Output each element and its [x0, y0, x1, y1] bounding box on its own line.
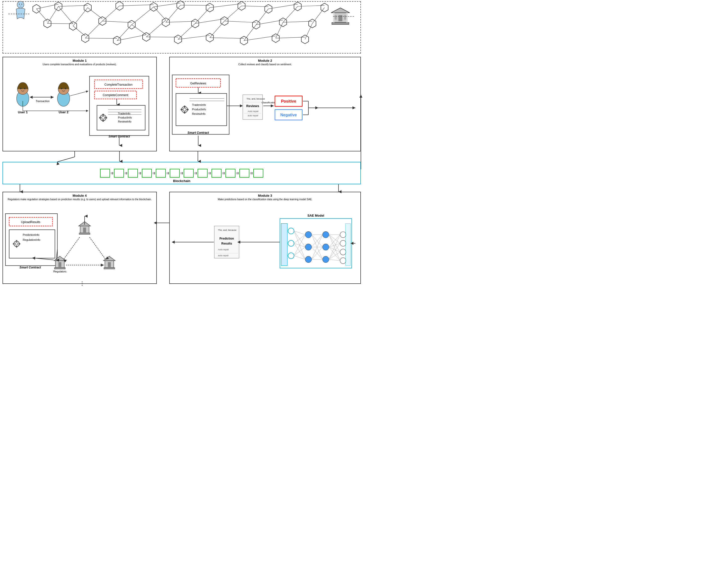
- svg-text:Negative: Negative: [280, 113, 297, 117]
- blockchain-label: Blockchain: [3, 179, 360, 183]
- svg-text:Results: Results: [221, 242, 232, 245]
- svg-text:ProductInfo: ProductInfo: [118, 116, 132, 119]
- svg-point-213: [323, 256, 329, 263]
- svg-line-189: [90, 237, 106, 259]
- module1-subtitle: Users complete transactions and evaluati…: [4, 63, 155, 66]
- svg-line-76: [241, 6, 268, 7]
- svg-rect-187: [104, 268, 115, 269]
- svg-point-205: [288, 228, 294, 234]
- svg-rect-177: [83, 228, 86, 233]
- svg-text:PredictionInfo: PredictionInfo: [23, 233, 39, 236]
- bc-arrow: ⇉: [166, 171, 169, 175]
- svg-line-82: [283, 6, 298, 22]
- svg-line-40: [36, 9, 47, 21]
- svg-point-208: [305, 231, 312, 238]
- svg-rect-8: [344, 15, 346, 20]
- svg-line-71: [210, 4, 242, 8]
- module3-subtitle: Make predictions based on the classifica…: [171, 198, 359, 201]
- bc-arrow: ⇉: [125, 171, 128, 175]
- svg-point-214: [340, 232, 346, 237]
- svg-text:Classification: Classification: [262, 101, 276, 104]
- bc-block: [170, 169, 180, 177]
- bc-block: [253, 169, 263, 177]
- svg-line-51: [102, 6, 119, 21]
- svg-point-1: [19, 4, 20, 5]
- svg-rect-111: [102, 120, 104, 122]
- bc-arrow: ⇉: [250, 171, 253, 175]
- svg-rect-10: [346, 13, 348, 22]
- svg-point-212: [323, 244, 329, 250]
- svg-rect-249: [281, 224, 288, 266]
- module3-title: Module 3: [171, 194, 359, 198]
- bc-block: [100, 169, 110, 177]
- svg-text:Smart Contract: Smart Contract: [19, 266, 41, 270]
- svg-rect-133: [184, 112, 185, 114]
- svg-point-0: [17, 1, 24, 8]
- svg-rect-113: [99, 117, 101, 119]
- bc-arrow: ⇉: [236, 171, 239, 175]
- module2-title: Module 2: [171, 59, 359, 63]
- svg-rect-9: [333, 13, 334, 22]
- bc-block: [128, 169, 138, 177]
- svg-rect-181: [59, 262, 62, 267]
- svg-text:Transaction: Transaction: [35, 99, 50, 102]
- svg-text:Regulators: Regulators: [53, 270, 67, 273]
- svg-point-2: [21, 4, 22, 5]
- bc-arrow: ⇉: [180, 171, 183, 175]
- svg-line-49: [85, 21, 102, 38]
- svg-point-99: [65, 88, 66, 89]
- svg-point-215: [340, 240, 346, 246]
- module4-box: Module 4 Regulators make regulation stra…: [2, 192, 157, 284]
- module4-title: Module 4: [4, 194, 155, 198]
- bc-block: [239, 169, 249, 177]
- svg-line-73: [225, 21, 256, 22]
- svg-rect-250: [345, 224, 350, 266]
- svg-rect-112: [105, 117, 107, 119]
- svg-line-46: [73, 8, 88, 26]
- bc-arrow: ⇉: [138, 171, 141, 175]
- bc-block: [184, 169, 194, 177]
- svg-line-81: [268, 4, 298, 9]
- svg-text:TraderInfo: TraderInfo: [118, 112, 131, 115]
- svg-line-61: [154, 3, 180, 7]
- svg-line-121: [70, 91, 88, 96]
- svg-text:CompleteComment: CompleteComment: [103, 93, 129, 97]
- module4-subtitle: Regulators make regulation strategies ba…: [4, 198, 155, 201]
- svg-text:Reviews: Reviews: [246, 104, 259, 108]
- svg-line-60: [154, 7, 166, 20]
- svg-text:TradersInfo: TradersInfo: [192, 103, 206, 106]
- bc-arrow: ⇉: [222, 171, 225, 175]
- svg-line-65: [178, 35, 210, 39]
- svg-line-44: [59, 6, 73, 24]
- svg-line-47: [73, 26, 85, 36]
- bc-arrow: ⇉: [152, 171, 155, 175]
- svg-line-259: [57, 157, 75, 162]
- bc-block: [156, 169, 166, 177]
- svg-point-98: [61, 88, 62, 89]
- svg-point-91: [20, 88, 22, 89]
- svg-line-45: [59, 5, 88, 6]
- svg-text:auto repair: auto repair: [248, 114, 258, 117]
- svg-text:Auto repair: Auto repair: [218, 248, 229, 251]
- svg-point-216: [340, 249, 346, 255]
- svg-text:RegulationInfo: RegulationInfo: [23, 238, 40, 241]
- svg-rect-7: [334, 15, 337, 20]
- svg-line-57: [132, 25, 146, 34]
- svg-line-74: [244, 25, 256, 41]
- svg-line-55: [119, 5, 154, 6]
- svg-line-70: [210, 38, 244, 39]
- blockchain-row: ⇉ ⇉ ⇉ ⇉ ⇉ ⇉ ⇉ ⇉ ⇉ ⇉ ⇉ Blockchain: [2, 162, 361, 184]
- blockchain-blocks: ⇉ ⇉ ⇉ ⇉ ⇉ ⇉ ⇉ ⇉ ⇉ ⇉ ⇉: [100, 169, 263, 177]
- svg-text:The, and, because: The, and, because: [246, 97, 265, 100]
- svg-point-92: [24, 88, 25, 89]
- svg-rect-182: [55, 268, 66, 269]
- module1-box: Module 1 Users complete transactions and…: [2, 57, 157, 151]
- bc-arrow: ⇉: [208, 171, 211, 175]
- blockchain-network-box: [2, 1, 361, 54]
- svg-text:ReviewInfo: ReviewInfo: [192, 112, 206, 115]
- svg-line-67: [195, 8, 210, 24]
- svg-text:The, and, because: The, and, because: [218, 229, 236, 231]
- svg-text:ProductInfo: ProductInfo: [192, 108, 206, 111]
- svg-marker-5: [331, 8, 350, 13]
- module2-box: Module 2 Collect reviews and classify ba…: [169, 57, 361, 151]
